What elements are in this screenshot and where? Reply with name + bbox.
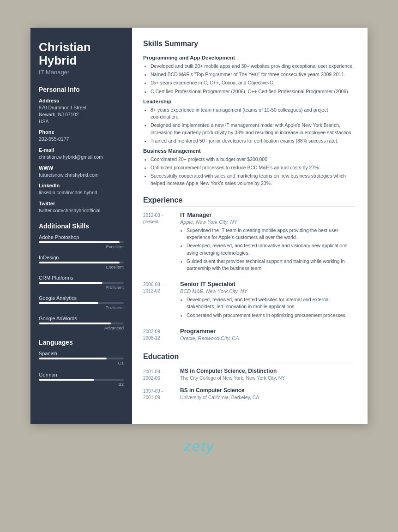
skill-bar-bg xyxy=(39,302,124,304)
exp-dates: 2012-03 -present xyxy=(143,211,180,273)
skill-name: Google Analytics xyxy=(39,295,124,301)
exp-details: Senior IT Specialist BCD M&E, New York C… xyxy=(180,281,355,320)
skills-summary-section: Skills Summary Programming and App Devel… xyxy=(143,40,355,187)
skill-item: InDesign Excellent xyxy=(39,255,124,269)
education-item: 1997-09 -2001-09 BS in Computer Science … xyxy=(143,387,355,401)
skill-level: Proficient xyxy=(39,285,124,290)
edu-degree: BS in Computer Science xyxy=(180,387,355,394)
skill-bullet: Trained and mentored 50+ junior develope… xyxy=(151,137,355,144)
experience-item: 2006-08 -2012-02 Senior IT Specialist BC… xyxy=(143,281,355,320)
skill-bullet: C Certified Professional Programmer (200… xyxy=(151,88,355,95)
exp-job-title: Programmer xyxy=(180,328,355,335)
skill-item: Adobe Photoshop Excellent xyxy=(39,234,124,249)
exp-bullets: Developed, reviewed, and tested websites… xyxy=(180,296,355,319)
linkedin-label: LinkedIn xyxy=(39,183,124,188)
twitter-label: Twitter xyxy=(39,201,124,206)
languages-list: Spanish C1 German B2 xyxy=(39,351,124,387)
edu-school: The City College of New York, New York C… xyxy=(180,375,355,381)
lang-item: German B2 xyxy=(39,372,124,387)
skills-subsection: Programming and App DevelopmentDeveloped… xyxy=(143,55,355,95)
skill-bullet: Named BCD M&E's "Top Programmer of The Y… xyxy=(151,71,355,78)
lang-item: Spanish C1 xyxy=(39,351,124,365)
skill-item: Google Analytics Proficient xyxy=(39,295,124,310)
exp-bullet: Cooperated with procurement teams in opt… xyxy=(187,312,355,319)
experience-item: 2012-03 -present IT Manager Apple, New Y… xyxy=(143,211,355,273)
skill-bullet: Successfully cooperated with sales and m… xyxy=(151,173,355,186)
experience-section: Experience 2012-03 -present IT Manager A… xyxy=(143,196,355,343)
skills-bullets: Developed and built 20+ mobile apps and … xyxy=(143,63,355,95)
education-item: 2001-09 -2002-06 MS in Computer Science,… xyxy=(143,368,355,382)
exp-details: Programmer Oracle, Redwood City, CA xyxy=(180,328,355,343)
person-title: IT Manager xyxy=(39,69,124,76)
skill-bullet: Developed and built 20+ mobile apps and … xyxy=(151,63,355,70)
phone-label: Phone xyxy=(39,129,124,135)
www-value: futureisnow.chrishybrid.com xyxy=(39,172,124,179)
skill-bar-fill xyxy=(39,262,120,263)
personal-info-heading: Personal Info xyxy=(39,86,124,93)
lang-bar-bg xyxy=(39,379,124,381)
lang-bar-fill xyxy=(39,379,94,381)
skill-name: CRM Platforms xyxy=(39,275,124,281)
twitter-value: twitter.com/chrishybridofficial xyxy=(39,207,124,214)
skills-bullets: 8+ years experience in team management (… xyxy=(143,107,355,144)
lang-name: Spanish xyxy=(39,351,124,356)
edu-dates: 1997-09 -2001-09 xyxy=(143,387,180,401)
email-label: E-mail xyxy=(39,147,124,153)
exp-company: Apple, New York City, NY xyxy=(180,219,355,225)
address-label: Address xyxy=(39,98,124,103)
skills-bullets: Coordinated 20+ projects with a budget o… xyxy=(143,156,355,187)
person-name: Christian Hybrid xyxy=(39,41,124,67)
exp-job-title: IT Manager xyxy=(180,211,355,218)
skill-bullet: 8+ years experience in team management (… xyxy=(151,107,355,120)
exp-company: Oracle, Redwood City, CA xyxy=(180,335,355,341)
education-body: 2001-09 -2002-06 MS in Computer Science,… xyxy=(143,368,355,401)
lang-level: C1 xyxy=(39,360,124,365)
edu-dates: 2001-09 -2002-06 xyxy=(143,368,180,382)
skill-bullet: Optimized procurement processes to reduc… xyxy=(151,164,355,171)
skills-subsection-title: Leadership xyxy=(143,99,355,104)
skills-subsection-title: Programming and App Development xyxy=(143,55,355,60)
skill-bar-bg xyxy=(39,262,124,263)
edu-school: University of California, Berkeley, CA xyxy=(180,395,355,400)
experience-item: 2002-09 -2006-12 Programmer Oracle, Redw… xyxy=(143,328,355,343)
exp-bullets: Supervised the IT team in creating mobil… xyxy=(180,227,355,272)
skill-bar-fill xyxy=(39,302,98,304)
skill-bar-bg xyxy=(39,241,124,243)
exp-bullet: Supervised the IT team in creating mobil… xyxy=(187,227,355,241)
resume: Christian Hybrid IT Manager Personal Inf… xyxy=(30,28,368,424)
lang-bar-bg xyxy=(39,358,124,359)
skills-subsection: Leadership8+ years experience in team ma… xyxy=(143,99,355,144)
zety-logo: zety xyxy=(184,438,215,455)
skill-bullet: 15+ years experience in C, C++, Cocoa, a… xyxy=(151,79,355,86)
skills-subsection-title: Business Management xyxy=(143,148,355,154)
skill-name: Google AdWords xyxy=(39,316,124,321)
edu-details: BS in Computer Science University of Cal… xyxy=(180,387,355,401)
edu-details: MS in Computer Science, Distinction The … xyxy=(180,368,355,382)
exp-company: BCD M&E, New York City, NY xyxy=(180,288,355,294)
exp-bullet: Developed, reviewed, and tested innovati… xyxy=(187,242,355,256)
skills-summary-title: Skills Summary xyxy=(143,40,355,50)
skill-item: CRM Platforms Proficient xyxy=(39,275,124,290)
skill-bullet: Coordinated 20+ projects with a budget o… xyxy=(151,156,355,163)
edu-degree: MS in Computer Science, Distinction xyxy=(180,368,355,374)
email-value: christian.w.hybrid@gmail.com xyxy=(39,154,124,161)
skills-subsection: Business ManagementCoordinated 20+ proje… xyxy=(143,148,355,187)
additional-skills-heading: Additional Skills xyxy=(39,222,124,230)
skill-name: InDesign xyxy=(39,255,124,260)
skills-list: Adobe Photoshop Excellent InDesign Excel… xyxy=(39,234,124,330)
skill-bullet: Designed and implemented a new IT manage… xyxy=(151,122,355,136)
experience-title: Experience xyxy=(143,196,355,207)
skill-bar-bg xyxy=(39,282,124,284)
skill-name: Adobe Photoshop xyxy=(39,234,124,240)
skill-bar-bg xyxy=(39,323,124,324)
skill-level: Advanced xyxy=(39,325,124,330)
skill-level: Proficient xyxy=(39,305,124,310)
phone-value: 202-555-0177 xyxy=(39,136,124,143)
main-content: Skills Summary Programming and App Devel… xyxy=(132,28,368,424)
lang-level: B2 xyxy=(39,382,124,387)
www-label: WWW xyxy=(39,165,124,171)
sidebar: Christian Hybrid IT Manager Personal Inf… xyxy=(30,28,132,424)
education-section: Education 2001-09 -2002-06 MS in Compute… xyxy=(143,353,355,401)
skill-item: Google AdWords Advanced xyxy=(39,316,124,330)
exp-dates: 2002-09 -2006-12 xyxy=(143,328,180,343)
